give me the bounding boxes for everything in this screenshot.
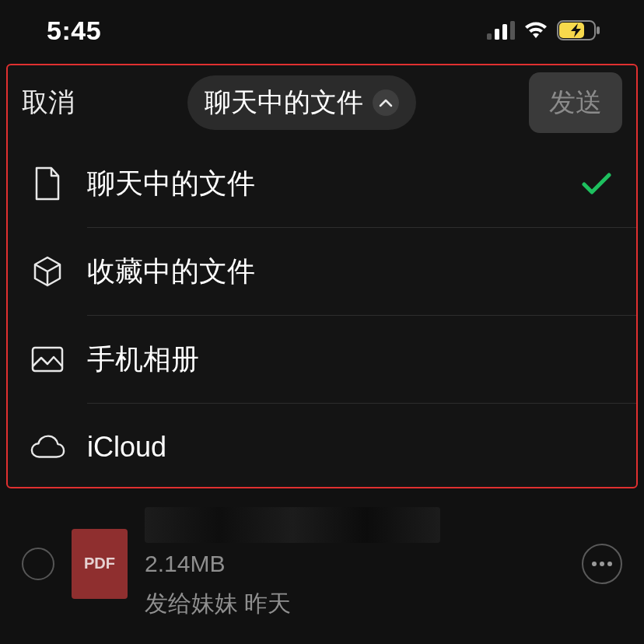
file-thumbnail: PDF [72,529,128,599]
cellular-icon [487,21,515,40]
file-name-redacted [145,507,440,543]
file-icon [30,166,65,201]
sheet-header: 取消 聊天中的文件 发送 [8,65,636,140]
ellipsis-icon [591,561,613,567]
menu-item-label: 收藏中的文件 [87,253,579,291]
box-icon [30,255,65,288]
svg-point-9 [600,562,604,566]
cancel-button[interactable]: 取消 [22,85,75,121]
wifi-icon [523,21,549,40]
menu-item-label: iCloud [87,431,579,464]
menu-item-label: 手机相册 [87,341,579,379]
svg-rect-7 [33,348,62,371]
cloud-icon [30,434,65,460]
svg-rect-1 [495,29,499,40]
file-size: 2.14MB [145,551,565,577]
file-sent-info: 发给妹妹 昨天 [145,588,565,620]
file-type-label: PDF [84,555,115,572]
checkmark-icon [579,172,614,195]
source-dropdown-label: 聊天中的文件 [205,85,363,121]
svg-rect-3 [510,21,515,40]
svg-point-8 [592,562,597,566]
status-bar: 5:45 [0,0,644,61]
menu-item-photos[interactable]: 手机相册 [8,316,636,403]
svg-point-10 [607,562,612,566]
more-button[interactable] [582,544,622,584]
svg-rect-5 [597,26,600,34]
battery-charging-icon [557,20,600,40]
send-button[interactable]: 发送 [529,72,622,133]
menu-item-favorites[interactable]: 收藏中的文件 [8,228,636,315]
menu-item-icloud[interactable]: iCloud [8,404,636,488]
status-time: 5:45 [47,16,101,46]
svg-rect-2 [502,24,507,40]
source-picker-sheet: 取消 聊天中的文件 发送 聊天中的文件 [6,64,638,488]
svg-rect-0 [487,33,492,40]
menu-item-label: 聊天中的文件 [87,165,579,203]
photo-icon [30,345,65,373]
source-dropdown-button[interactable]: 聊天中的文件 [187,75,416,130]
source-menu: 聊天中的文件 收藏中的文件 [8,140,636,488]
menu-item-chat-files[interactable]: 聊天中的文件 [8,140,636,227]
chevron-up-icon [373,89,399,116]
file-list-item[interactable]: PDF 2.14MB 发给妹妹 昨天 [0,488,644,620]
select-radio[interactable] [22,548,54,580]
